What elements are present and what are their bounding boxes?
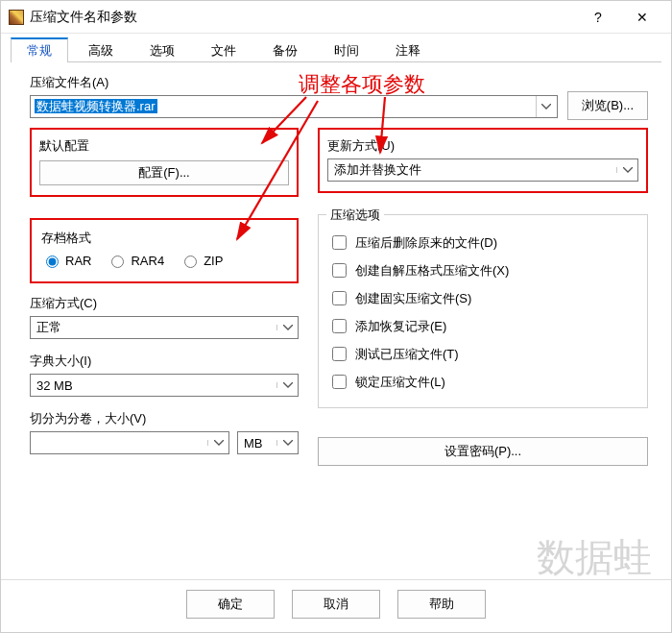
watermark-text: 数据蛙 (537, 531, 652, 584)
tab-advanced[interactable]: 高级 (72, 38, 130, 62)
update-mode-value: 添加并替换文件 (328, 161, 616, 179)
chevron-down-icon[interactable] (616, 167, 637, 173)
default-profile-legend: 默认配置 (39, 137, 289, 155)
tab-backup[interactable]: 备份 (256, 38, 314, 62)
radio-rar4[interactable]: RAR4 (107, 253, 164, 268)
check-lock[interactable]: 锁定压缩文件(L) (328, 372, 637, 392)
chevron-down-icon[interactable] (276, 382, 298, 388)
compress-options-group: 压缩选项 压缩后删除原来的文件(D) 创建自解压格式压缩文件(X) 创建固实压缩… (318, 214, 648, 408)
tab-general[interactable]: 常规 (11, 37, 68, 62)
filename-combo[interactable]: 数据蛙视频转换器.rar (30, 95, 558, 118)
titlebar: 压缩文件名和参数 ? ✕ (1, 1, 671, 34)
close-button[interactable]: ✕ (621, 3, 663, 32)
split-unit-value: MB (238, 436, 276, 450)
compression-method-combo[interactable]: 正常 (30, 316, 299, 339)
dict-size-combo[interactable]: 32 MB (30, 374, 299, 397)
check-recovery[interactable]: 添加恢复记录(E) (328, 316, 637, 336)
chevron-down-icon[interactable] (536, 96, 557, 117)
chevron-down-icon[interactable] (276, 325, 298, 330)
help-button-footer[interactable]: 帮助 (397, 590, 486, 619)
tab-options[interactable]: 选项 (133, 38, 191, 62)
split-volumes-label: 切分为分卷，大小(V) (30, 410, 299, 427)
footer: 确定 取消 帮助 (1, 579, 671, 632)
tab-files[interactable]: 文件 (195, 38, 252, 62)
filename-value: 数据蛙视频转换器.rar (35, 99, 157, 113)
radio-rar[interactable]: RAR (41, 253, 91, 268)
update-mode-label: 更新方式(U) (327, 137, 638, 155)
check-solid[interactable]: 创建固实压缩文件(S) (328, 288, 637, 308)
split-size-combo[interactable] (30, 431, 229, 454)
chevron-down-icon[interactable] (207, 440, 228, 446)
ok-button[interactable]: 确定 (186, 590, 275, 619)
set-password-button[interactable]: 设置密码(P)... (318, 437, 648, 466)
radio-zip[interactable]: ZIP (180, 253, 223, 268)
dict-size-value: 32 MB (31, 378, 276, 393)
profile-button[interactable]: 配置(F)... (39, 160, 289, 185)
dict-size-label: 字典大小(I) (30, 353, 299, 370)
cancel-button[interactable]: 取消 (292, 590, 380, 619)
help-button[interactable]: ? (577, 3, 619, 32)
check-sfx[interactable]: 创建自解压格式压缩文件(X) (328, 260, 637, 280)
tab-time[interactable]: 时间 (318, 38, 375, 62)
compression-method-value: 正常 (31, 319, 276, 336)
archive-format-legend: 存档格式 (41, 230, 287, 247)
compress-options-legend: 压缩选项 (326, 207, 384, 224)
check-delete-after[interactable]: 压缩后删除原来的文件(D) (328, 232, 637, 253)
update-mode-combo[interactable]: 添加并替换文件 (327, 158, 638, 182)
tab-comment[interactable]: 注释 (379, 38, 437, 62)
split-unit-combo[interactable]: MB (237, 431, 299, 454)
window-title: 压缩文件名和参数 (30, 9, 137, 26)
check-test[interactable]: 测试已压缩文件(T) (328, 344, 637, 364)
browse-button[interactable]: 浏览(B)... (567, 91, 648, 120)
filename-label: 压缩文件名(A) (30, 74, 558, 91)
app-icon (9, 10, 24, 25)
tab-bar: 常规 高级 选项 文件 备份 时间 注释 (11, 39, 661, 62)
compression-method-label: 压缩方式(C) (30, 295, 299, 312)
chevron-down-icon[interactable] (276, 440, 298, 446)
